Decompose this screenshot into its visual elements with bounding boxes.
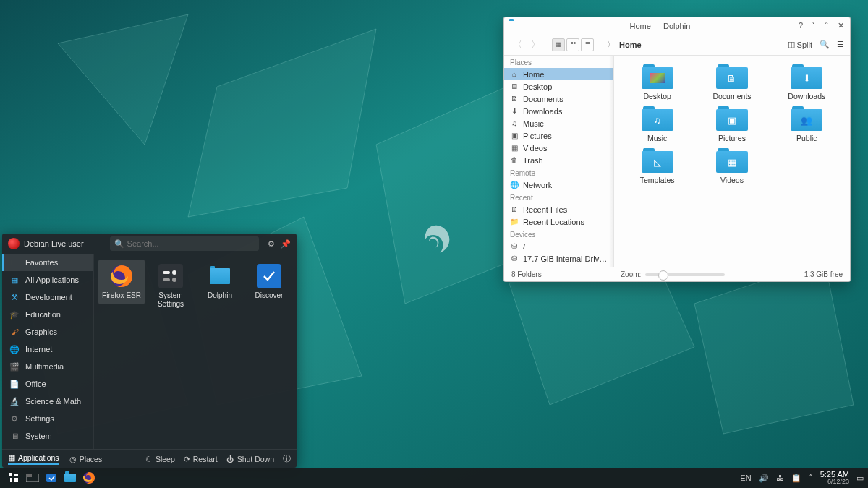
forward-button[interactable]: 〉 (528, 37, 543, 53)
app-discover[interactable]: Discover (246, 260, 292, 304)
details-view-button[interactable]: ☰ (581, 38, 594, 51)
category-multimedia[interactable]: 🎬Multimedia (2, 358, 93, 375)
app-firefox-esr[interactable]: Firefox ESR (98, 260, 145, 304)
device-item[interactable]: ⛁512.0 MiB Internal Drive (sda1) (504, 265, 613, 267)
remote-header: Remote (504, 166, 613, 179)
folder-desktop[interactable]: Desktop (621, 64, 693, 100)
places-item-desktop[interactable]: 🖥Desktop (504, 80, 613, 93)
dolphin-places-panel: Places ⌂Home🖥Desktop🗎Documents⬇Downloads… (504, 56, 614, 267)
split-view-button[interactable]: ◫Split (788, 40, 812, 49)
tab-applications[interactable]: ▦ Applications (8, 453, 59, 465)
maximize-button[interactable]: ˄ (823, 21, 830, 30)
drive-icon: ⛁ (510, 267, 519, 267)
app-dolphin[interactable]: Dolphin (197, 260, 243, 304)
folder-pictures[interactable]: ▣Pictures (696, 106, 767, 142)
category-graphics[interactable]: 🖌Graphics (2, 323, 93, 341)
category-icon: 🎬 (9, 361, 20, 372)
configure-icon[interactable]: ⚙ (268, 239, 275, 249)
application-launcher-button[interactable] (4, 469, 23, 487)
folder-templates[interactable]: ◺Templates (621, 148, 693, 184)
minimize-button[interactable]: ˅ (810, 21, 817, 30)
shutdown-button[interactable]: ⏻ Shut Down (226, 454, 274, 464)
device-item[interactable]: ⛁17.7 GiB Internal Drive (sda5) (504, 252, 613, 265)
remote-item-network[interactable]: 🌐Network (504, 179, 613, 191)
category-icon: 🖥 (9, 431, 20, 441)
category-icon: ⚙ (9, 414, 20, 424)
icons-view-button[interactable]: ▦ (552, 38, 565, 51)
task-firefox[interactable] (80, 469, 98, 487)
more-actions-button[interactable]: ⓘ (283, 454, 291, 464)
category-internet[interactable]: 🌐Internet (2, 341, 93, 358)
clock-icon: 📁 (510, 218, 519, 226)
tray-expand-icon[interactable]: ˄ (809, 474, 813, 483)
category-icon: 📄 (9, 379, 20, 389)
free-space: 1.3 GiB free (804, 270, 843, 278)
places-item-documents[interactable]: 🗎Documents (504, 93, 613, 105)
tab-places[interactable]: ◎ Places (69, 453, 103, 465)
task-dolphin[interactable] (61, 469, 80, 487)
zoom-slider[interactable] (645, 273, 725, 276)
search-input[interactable] (127, 239, 255, 248)
compact-view-button[interactable]: ☷ (566, 38, 579, 51)
folder-videos[interactable]: ▦Videos (696, 148, 767, 184)
volume-icon[interactable]: 🔊 (759, 474, 769, 483)
places-item-pictures[interactable]: ▣Pictures (504, 129, 613, 142)
close-button[interactable]: ✕ (836, 21, 846, 30)
places-item-videos[interactable]: ▦Videos (504, 142, 613, 154)
breadcrumb-current: Home (619, 40, 642, 49)
user-avatar-icon[interactable] (8, 238, 20, 249)
folder-icon: ▣ (716, 106, 748, 131)
places-item-home[interactable]: ⌂Home (504, 68, 613, 80)
sleep-button[interactable]: ☾ Sleep (145, 454, 175, 464)
category-science-math[interactable]: 🔬Science & Math (2, 393, 93, 410)
places-item-downloads[interactable]: ⬇Downloads (504, 105, 613, 117)
network-icon[interactable]: 🖧 (776, 474, 784, 482)
app-system-settings[interactable]: System Settings (148, 260, 194, 313)
app-icon (208, 264, 232, 288)
clipboard-icon[interactable]: 📋 (791, 474, 801, 483)
category-development[interactable]: ⚒Development (2, 288, 93, 306)
restart-button[interactable]: ⟳ Restart (184, 454, 218, 464)
search-field[interactable]: 🔍 (110, 236, 259, 251)
pin-icon[interactable]: 📌 (281, 239, 291, 249)
hamburger-menu-button[interactable]: ☰ (837, 40, 844, 49)
places-item-music[interactable]: ♫Music (504, 117, 613, 129)
folder-downloads[interactable]: ⬇Downloads (771, 64, 843, 100)
place-icon: 🖥 (510, 82, 519, 91)
task-discover[interactable] (42, 469, 61, 487)
dolphin-view[interactable]: Desktop🗎Documents⬇Downloads♫Music▣Pictur… (614, 56, 850, 267)
svg-rect-17 (14, 474, 18, 476)
kickoff-launcher: Debian Live user 🔍 ⚙ 📌 ☐Favorites▦All Ap… (2, 234, 297, 468)
search-button[interactable]: 🔍 (820, 40, 830, 49)
folder-music[interactable]: ♫Music (621, 106, 693, 142)
device-item[interactable]: ⛁/ (504, 240, 613, 252)
recent-item[interactable]: 🗎Recent Files (504, 203, 613, 215)
folder-icon: ▦ (716, 148, 748, 173)
category-education[interactable]: 🎓Education (2, 306, 93, 323)
dolphin-titlebar[interactable]: Home — Dolphin ? ˅ ˄ ✕ (504, 17, 850, 34)
category-office[interactable]: 📄Office (2, 375, 93, 393)
category-all-applications[interactable]: ▦All Applications (2, 271, 93, 288)
back-button[interactable]: 〈 (510, 37, 525, 53)
kickoff-categories: ☐Favorites▦All Applications⚒Development🎓… (2, 254, 94, 449)
keyboard-layout-indicator[interactable]: EN (740, 474, 751, 482)
breadcrumb[interactable]: 〉 Home (600, 39, 782, 50)
folder-icon (642, 64, 673, 89)
category-system[interactable]: 🖥System (2, 427, 93, 445)
split-icon: ◫ (788, 40, 795, 49)
svg-rect-16 (9, 473, 12, 476)
user-name: Debian Live user (24, 239, 84, 248)
category-favorites[interactable]: ☐Favorites (2, 254, 93, 271)
folder-documents[interactable]: 🗎Documents (696, 64, 767, 100)
clock[interactable]: 5:25 AM 6/12/23 (820, 471, 849, 485)
pager-button[interactable] (23, 469, 42, 487)
places-item-trash[interactable]: 🗑Trash (504, 154, 613, 166)
recent-item[interactable]: 📁Recent Locations (504, 215, 613, 228)
folder-public[interactable]: 👥Public (771, 106, 843, 142)
dolphin-window: Home — Dolphin ? ˅ ˄ ✕ 〈 〉 ▦ ☷ ☰ 〉 Home … (503, 17, 851, 282)
place-icon: ♫ (510, 119, 519, 128)
show-desktop-button[interactable]: ▭ (856, 474, 864, 483)
category-settings[interactable]: ⚙Settings (2, 410, 93, 427)
folder-icon: ⬇ (791, 64, 822, 89)
help-button[interactable]: ? (797, 21, 804, 30)
